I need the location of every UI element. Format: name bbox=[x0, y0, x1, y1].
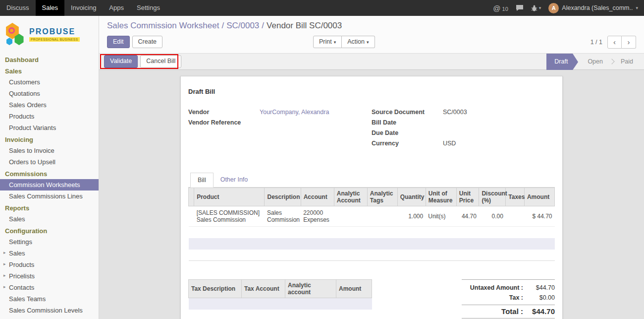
col-header-analytic-account[interactable]: Analytic Account bbox=[334, 188, 367, 206]
col-header-discount[interactable]: Discount (%) bbox=[479, 188, 506, 206]
sidebar-item-contacts[interactable]: ▸Contacts bbox=[0, 282, 99, 293]
edit-button[interactable]: Edit bbox=[107, 36, 130, 49]
sheet-title: Draft Bill bbox=[188, 88, 555, 95]
tax-label: Tax : bbox=[462, 293, 523, 303]
menu-discuss[interactable]: Discuss bbox=[0, 0, 36, 16]
notebook-tabs: Bill Other Info bbox=[188, 172, 555, 188]
debug-menu[interactable]: ▾ bbox=[531, 5, 541, 11]
topbar: Discuss Sales Invoicing Apps Settings @ … bbox=[0, 0, 644, 16]
pager-next-button[interactable]: › bbox=[622, 36, 636, 49]
sidebar-section-commissions[interactable]: Commissions bbox=[0, 168, 99, 179]
sidebar-item-quotations[interactable]: Quotations bbox=[0, 88, 99, 99]
sidebar-item-reports-sales[interactable]: Sales bbox=[0, 213, 99, 225]
currency-value: USD bbox=[443, 140, 456, 149]
sidebar-item-products[interactable]: Products bbox=[0, 111, 99, 122]
probuse-logo[interactable]: PROBUSE PROFESSIONAL BUSINESS bbox=[0, 16, 99, 54]
sidebar-section-reports[interactable]: Reports bbox=[0, 202, 99, 213]
chevron-down-icon: ▾ bbox=[367, 40, 369, 45]
bill-date-label: Bill Date bbox=[372, 119, 443, 128]
empty-row bbox=[189, 238, 555, 250]
total-label: Total : bbox=[462, 307, 523, 316]
validate-button[interactable]: Validate bbox=[104, 55, 138, 68]
logo-name: PROBUSE bbox=[29, 27, 80, 36]
cell-description: Sales Commission bbox=[265, 206, 301, 227]
create-button[interactable]: Create bbox=[132, 36, 163, 49]
sidebar-item-orders-to-upsell[interactable]: Orders to Upsell bbox=[0, 156, 99, 168]
col-header-quantity[interactable]: Quantity bbox=[397, 188, 426, 206]
sidebar-item-label: Sales bbox=[9, 250, 25, 257]
main-area: Sales Commission Worksheet/SC/0003/Vendo… bbox=[99, 16, 644, 319]
action-dropdown-button[interactable]: Action▾ bbox=[342, 36, 375, 49]
table-row[interactable]: [SALES COMMISSION] Sales Commission Sale… bbox=[189, 206, 555, 227]
col-header-tax-description[interactable]: Tax Description bbox=[189, 280, 242, 298]
sidebar-item-sales-to-invoice[interactable]: Sales to Invoice bbox=[0, 145, 99, 156]
sidebar-item-config-products[interactable]: ▸Products bbox=[0, 259, 99, 270]
chevron-down-icon: ▾ bbox=[539, 5, 541, 10]
sidebar-item-label: Pricelists bbox=[9, 272, 35, 280]
pager-previous-button[interactable]: ‹ bbox=[607, 36, 622, 49]
sidebar-item-pricelists[interactable]: ▸Pricelists bbox=[0, 270, 99, 282]
breadcrumb-separator: / bbox=[262, 21, 264, 30]
totals-section: Tax Description Tax Account Analytic acc… bbox=[188, 279, 555, 319]
untaxed-amount-label: Untaxed Amount : bbox=[462, 283, 523, 293]
col-header-tax-account[interactable]: Tax Account bbox=[242, 280, 285, 298]
totals-box: Untaxed Amount : $44.70 Tax : $0.00 Tota… bbox=[462, 279, 555, 319]
col-header-taxes[interactable]: Taxes bbox=[506, 188, 525, 206]
sidebar-item-product-variants[interactable]: Product Variants bbox=[0, 122, 99, 133]
col-header-description[interactable]: Description bbox=[265, 188, 301, 206]
menu-invoicing[interactable]: Invoicing bbox=[64, 0, 103, 16]
sidebar-item-sales-commissions-lines[interactable]: Sales Commissions Lines bbox=[0, 191, 99, 202]
sidebar-item-commission-worksheets[interactable]: Commission Worksheets bbox=[0, 179, 99, 191]
menu-settings[interactable]: Settings bbox=[130, 0, 166, 16]
tab-other-info[interactable]: Other Info bbox=[214, 173, 255, 188]
sidebar-item-config-sales[interactable]: ▸Sales bbox=[0, 248, 99, 259]
status-widget: Draft Open Paid bbox=[546, 54, 644, 70]
col-header-unit-of-measure[interactable]: Unit of Measure bbox=[426, 188, 456, 206]
status-draft[interactable]: Draft bbox=[546, 54, 573, 70]
sidebar: PROBUSE PROFESSIONAL BUSINESS Dashboard … bbox=[0, 16, 99, 319]
sidebar-section-invoicing[interactable]: Invoicing bbox=[0, 133, 99, 145]
mentions-counter[interactable]: @ 10 bbox=[493, 4, 508, 12]
vendor-value-link[interactable]: YourCompany, Alexandra bbox=[260, 109, 329, 118]
cell-analytic-account bbox=[334, 206, 367, 227]
sidebar-item-sales-teams[interactable]: Sales Teams bbox=[0, 293, 99, 305]
field-groups: Vendor YourCompany, Alexandra Vendor Ref… bbox=[188, 109, 555, 150]
menu-apps[interactable]: Apps bbox=[103, 0, 130, 16]
due-date-label: Due Date bbox=[372, 129, 443, 139]
sidebar-item-sales-commission-levels[interactable]: Sales Commission Levels bbox=[0, 305, 99, 316]
chevron-right-icon: ▸ bbox=[3, 284, 6, 289]
col-header-account[interactable]: Account bbox=[301, 188, 334, 206]
col-header-tax-amount[interactable]: Amount bbox=[336, 280, 372, 298]
sidebar-item-customers[interactable]: Customers bbox=[0, 76, 99, 88]
mentions-count: 10 bbox=[502, 6, 508, 12]
tab-bill[interactable]: Bill bbox=[190, 173, 214, 188]
sidebar-item-label: Products bbox=[9, 261, 34, 268]
sidebar-item-dashboard[interactable]: Dashboard bbox=[0, 54, 99, 65]
empty-row bbox=[189, 310, 372, 319]
breadcrumb-sc0003-link[interactable]: SC/0003 bbox=[226, 21, 259, 30]
source-document-value: SC/0003 bbox=[443, 109, 467, 118]
empty-row bbox=[189, 250, 555, 261]
col-header-tax-analytic-account[interactable]: Analytic account bbox=[285, 280, 336, 298]
sidebar-item-settings[interactable]: Settings bbox=[0, 236, 99, 248]
col-header-amount[interactable]: Amount bbox=[524, 188, 554, 206]
row-handle bbox=[189, 206, 194, 227]
col-header-product[interactable]: Product bbox=[194, 188, 265, 206]
sidebar-section-configuration[interactable]: Configuration bbox=[0, 225, 99, 236]
messages-icon[interactable] bbox=[516, 4, 524, 11]
currency-label: Currency bbox=[372, 140, 443, 149]
print-dropdown-button[interactable]: Print▾ bbox=[313, 36, 342, 49]
at-icon: @ bbox=[493, 4, 500, 12]
sidebar-item-sales-orders[interactable]: Sales Orders bbox=[0, 99, 99, 111]
chevron-right-icon: ▸ bbox=[3, 261, 6, 266]
breadcrumb-worksheet-link[interactable]: Sales Commission Worksheet bbox=[107, 21, 219, 30]
col-header-unit-price[interactable]: Unit Price bbox=[456, 188, 479, 206]
menu-sales[interactable]: Sales bbox=[36, 0, 65, 16]
col-header-analytic-tags[interactable]: Analytic Tags bbox=[367, 188, 397, 206]
sidebar-section-sales[interactable]: Sales bbox=[0, 65, 99, 76]
cancel-bill-button[interactable]: Cancel Bill bbox=[140, 55, 181, 68]
status-paid[interactable]: Paid bbox=[613, 54, 644, 70]
user-menu[interactable]: A Alexandra (Sales_comm.. ▾ bbox=[548, 3, 638, 13]
status-open[interactable]: Open bbox=[580, 54, 611, 70]
logo-tagline: PROFESSIONAL BUSINESS bbox=[29, 37, 80, 42]
